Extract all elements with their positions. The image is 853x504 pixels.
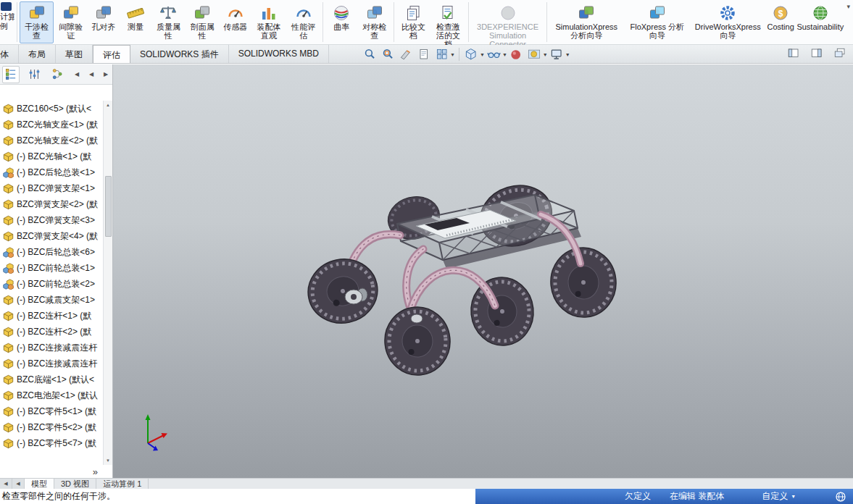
hole-alignment-button[interactable]: 孔对齐 [88,1,120,43]
dynamic-annotation-views-icon[interactable] [415,46,433,62]
tab-scroll-left2-icon[interactable]: ◀ [12,479,25,489]
sustainability-button[interactable]: Sustainability [796,1,844,43]
section-view-icon[interactable] [397,46,415,62]
zoom-fit-icon[interactable] [361,46,378,62]
hide-show-items-icon[interactable] [486,46,503,62]
scroll-up-icon[interactable]: ▲ [104,101,112,109]
tree-item[interactable]: (-) BZC光轴<1> (默 [0,148,103,164]
featuremanager-tab-bar: ◀◀▶ [0,64,112,85]
propertymanager-tab-icon[interactable] [25,66,43,83]
scroll-down-icon[interactable]: ▼ [104,456,112,465]
driveworksxpress-button[interactable]: DriveWorksXpress 向导 [691,1,765,43]
scrollbar-thumb[interactable] [105,176,112,237]
tree-item[interactable]: (-) BZC弹簧支架<1> [0,180,103,196]
tree-item[interactable]: (-) BZC前轮总装<2> [0,276,103,292]
apply-scene-icon[interactable] [526,46,544,62]
wheel-middle-right[interactable] [547,245,620,321]
pane-left-icon[interactable] [786,47,801,60]
section-properties-button[interactable]: 剖面属性 [186,1,220,43]
graphics-area[interactable] [113,64,853,478]
chevron-down-icon[interactable]: ▼ [565,52,570,57]
motion-study-button-cutoff[interactable]: 计算例 [0,1,14,31]
view-orientation-icon[interactable] [433,46,451,62]
floxpress-button[interactable]: FloXpress 分析向导 [623,1,691,43]
tree-item[interactable]: BZC160<5> (默认< [0,101,103,117]
measure-icon [126,4,145,22]
compare-documents-button[interactable]: 比较文档 [396,1,430,43]
interference-detection-button[interactable]: 干涉检查 [20,1,54,43]
tab-solidworks-mbd[interactable]: SOLIDWORKS MBD [229,45,329,63]
clearance-verification-button[interactable]: 间隙验证 [54,1,88,43]
panel-expand-icon[interactable]: » [93,468,98,476]
costing-button[interactable]: $Costing [765,1,796,43]
tree-item[interactable]: (-) BZC后轮总装<6> [0,244,103,260]
performance-evaluation-button[interactable]: 性能评估 [286,1,320,43]
check-active-document-button[interactable]: 检查激活的文档 [430,1,466,43]
tree-item[interactable]: (-) BZC连接减震连杆 [0,340,103,356]
featuremanager-panel: ◀◀▶ BZC160<5> (默认<BZC光轴支座<1> (默BZC光轴支座<2… [0,64,113,478]
tree-scrollbar[interactable]: ▲ ▼ [103,101,112,465]
tree-nav-prev2-icon[interactable]: ◀ [87,71,96,77]
tree-nav-prev-icon[interactable]: ◀ [72,71,81,77]
simulation-connector-button[interactable]: 3DEXPERIENCE Simulation Connector [471,1,545,43]
pane-right-icon[interactable] [810,47,824,60]
chevron-down-icon[interactable]: ▼ [543,52,548,57]
assembly-visualization-button[interactable]: 装配体直观 [251,1,287,43]
ribbon-tabs: 配体布局草图评估SOLIDWORKS 插件SOLIDWORKS MBD [0,45,329,63]
tree-item[interactable]: BZC弹簧支架<4> (默 [0,228,103,244]
command-button-label: 对称检查 [360,22,388,40]
command-button-label: 间隙验证 [57,22,85,40]
tab-sketch[interactable]: 草图 [56,45,93,63]
configurationmanager-tab-icon[interactable] [49,66,66,83]
tree-item[interactable]: (-) BZC连杆<2> (默 [0,324,103,340]
zoom-area-icon[interactable] [379,46,396,62]
status-edit-mode: 在编辑 装配体 [670,490,724,503]
tree-item[interactable]: (-) BZC弹簧支架<3> [0,212,103,228]
tree-item[interactable]: BZC底端<1> (默认< [0,371,103,387]
toolbar-overflow-icon[interactable]: ▾ [844,1,853,12]
tree-item[interactable]: (-) BZC零件5<7> (默 [0,435,103,451]
curvature-button[interactable]: 曲率 [325,1,357,43]
edit-appearance-icon[interactable] [508,46,525,62]
tree-item[interactable]: (-) BZC零件5<2> (默 [0,419,103,435]
simulationxpress-button[interactable]: SimulationXpress 分析向导 [549,1,623,43]
featuremanager-tab-icon[interactable] [2,66,20,83]
tree-item[interactable]: BZC光轴支座<1> (默 [0,117,103,133]
tree-item[interactable]: (-) BZC后轮总装<1> [0,164,103,180]
status-custom-dropdown[interactable]: 自定义 ▼ [762,490,796,503]
tree-item[interactable]: BZC光轴支座<2> (默 [0,133,103,148]
command-button-label: Sustainability [796,22,844,31]
status-globe-icon[interactable] [836,492,846,502]
tab-scroll-left-icon[interactable]: ◀ [0,479,12,489]
symmetry-check-button[interactable]: 对称检查 [357,1,391,43]
measure-button[interactable]: 测量 [120,1,151,43]
cascade-windows-icon[interactable] [833,47,847,60]
tree-item[interactable]: (-) BZC前轮总装<1> [0,260,103,276]
tree-item[interactable]: (-) BZC连接减震连杆 [0,356,103,371]
view-settings-icon[interactable] [549,46,566,62]
tree-item[interactable]: (-) BZC减震支架<1> [0,292,103,308]
tree-item-label: (-) BZC连杆<2> (默 [17,326,91,338]
tree-item[interactable]: BZC弹簧支架<2> (默 [0,196,103,212]
axle-hub[interactable] [411,314,423,323]
chevron-down-icon[interactable]: ▼ [480,52,485,57]
tree-item[interactable]: (-) BZC连杆<1> (默 [0,308,103,324]
status-defined-state: 欠定义 [625,490,651,503]
tab-3d-views[interactable]: 3D 视图 [54,479,96,489]
display-style-icon[interactable] [463,46,480,62]
chevron-down-icon[interactable]: ▼ [502,52,507,57]
tree-item[interactable]: BZC电池架<1> (默认 [0,387,103,403]
mass-properties-button[interactable]: 质量属性 [151,1,186,43]
wheel-front-left[interactable] [302,253,383,329]
assembly-model[interactable] [113,64,853,478]
tab-layout[interactable]: 布局 [19,45,56,63]
chevron-down-icon[interactable]: ▼ [450,52,455,57]
tree-item[interactable]: (-) BZC零件5<1> (默 [0,403,103,419]
tab-solidworks-addins[interactable]: SOLIDWORKS 插件 [130,45,229,63]
tab-evaluate[interactable]: 评估 [93,45,130,63]
tab-motion-study[interactable]: 运动算例 1 [96,479,149,489]
tab-model[interactable]: 模型 [25,479,54,489]
tab-assembly[interactable]: 配体 [0,45,19,63]
tree-nav-next-icon[interactable]: ▶ [101,71,110,77]
sensor-button[interactable]: 传感器 [220,1,251,43]
